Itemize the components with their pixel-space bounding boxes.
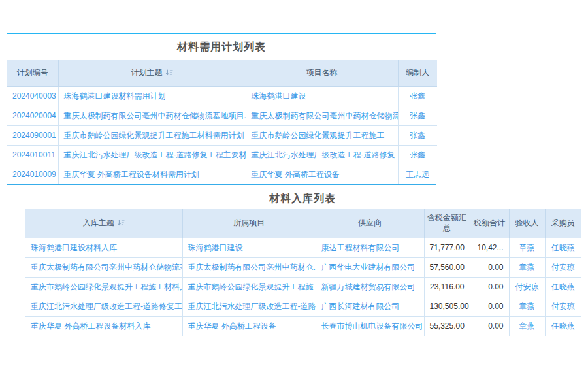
inspector-cell[interactable]: 章燕 [509,257,545,277]
owning-project-link[interactable]: 重庆市鹅岭公园绿化景观提升工程施工 [188,282,316,291]
supplier-link[interactable]: 康达工程材料有限公司 [321,243,400,252]
buyer-link[interactable]: 付安琼 [551,263,575,272]
inspector-link[interactable]: 付安琼 [515,282,539,291]
owning-project-link[interactable]: 重庆江北污水处理厂级改造工程-道路... [188,302,316,311]
creator-link[interactable]: 王志远 [406,170,429,179]
inbound-subject-cell[interactable]: 重庆华夏 外高桥工程设备材料入库 [25,316,182,336]
buyer-cell[interactable]: 付安琼 [545,257,581,277]
inspector-cell[interactable]: 章燕 [509,316,545,336]
table-row: 2024020004 重庆太极制药有限公司亳州中药材仓储物流基地项目... 重庆… [7,106,437,125]
plan-no-cell[interactable]: 2024040003 [7,86,58,106]
owning-project-link[interactable]: 重庆太极制药有限公司亳州中药材仓... [188,263,316,272]
inspector-link[interactable]: 章燕 [519,302,535,311]
inbound-subject-link[interactable]: 重庆华夏 外高桥工程设备材料入库 [31,321,150,331]
project-name-link[interactable]: 重庆江北污水处理厂级改造工程-道路修复工程 [252,150,399,159]
inbound-subject-link[interactable]: 重庆太极制药有限公司亳州中药材仓储物流基... [31,263,182,272]
supplier-cell[interactable]: 新疆万城建材贸易有限公司 [316,277,424,297]
sort-icon[interactable] [165,69,173,76]
plan-subject-link[interactable]: 重庆太极制药有限公司亳州中药材仓储物流基地项目... [64,111,246,120]
buyer-cell[interactable]: 任晓燕 [545,277,581,297]
plan-subject-cell[interactable]: 重庆华夏 外高桥工程设备材料需用计划 [58,165,246,184]
sort-icon[interactable] [117,219,125,227]
supplier-cell[interactable]: 长春市博山机电设备有限公司 [316,316,424,336]
inspector-cell[interactable]: 付安琼 [509,277,545,297]
material-plan-list-title: 材料需用计划列表 [7,34,436,60]
plan-no-link[interactable]: 2024020004 [12,111,56,120]
plan-no-link[interactable]: 2024040003 [12,91,56,101]
project-name-link[interactable]: 重庆华夏 外高桥工程设备 [252,170,340,179]
inspector-link[interactable]: 章燕 [519,243,535,252]
plan-no-cell[interactable]: 2024020004 [7,106,58,125]
supplier-link[interactable]: 广西长河建材有限公司 [321,302,400,311]
plan-no-cell[interactable]: 2024010009 [7,165,58,184]
creator-link[interactable]: 张鑫 [410,150,425,159]
creator-link[interactable]: 张鑫 [410,111,425,120]
inbound-subject-cell[interactable]: 珠海鹤港口建设材料入库 [25,238,182,257]
supplier-link[interactable]: 新疆万城建材贸易有限公司 [321,282,416,291]
inbound-subject-cell[interactable]: 重庆太极制药有限公司亳州中药材仓储物流基... [25,257,182,277]
supplier-link[interactable]: 长春市博山机电设备有限公司 [321,321,423,331]
creator-cell[interactable]: 张鑫 [398,125,437,145]
buyer-link[interactable]: 任晓燕 [551,282,575,291]
owning-project-cell[interactable]: 重庆华夏 外高桥工程设备 [182,316,316,336]
inbound-subject-link[interactable]: 珠海鹤港口建设材料入库 [31,243,117,252]
owning-project-cell[interactable]: 重庆太极制药有限公司亳州中药材仓... [182,257,316,277]
creator-cell[interactable]: 张鑫 [398,86,437,106]
inspector-link[interactable]: 章燕 [519,263,535,272]
plan-subject-link[interactable]: 珠海鹤港口建设材料需用计划 [64,91,166,101]
plan-subject-cell[interactable]: 重庆江北污水处理厂级改造工程-道路修复工程主要材料 [58,145,246,165]
plan-subject-cell[interactable]: 珠海鹤港口建设材料需用计划 [58,86,246,106]
col-header-plan-subject[interactable]: 计划主题 [58,60,246,86]
col-header-inbound-subject[interactable]: 入库主题 [25,209,182,238]
col-header-tax-total: 税额合计 [470,209,509,238]
project-name-link[interactable]: 珠海鹤港口建设 [252,91,306,101]
creator-cell[interactable]: 张鑫 [398,106,437,125]
supplier-cell[interactable]: 广西长河建材有限公司 [316,297,424,316]
plan-no-link[interactable]: 2024010011 [12,150,56,159]
buyer-link[interactable]: 任晓燕 [551,321,575,331]
plan-subject-cell[interactable]: 重庆市鹅岭公园绿化景观提升工程施工材料需用计划 [58,125,246,145]
project-name-link[interactable]: 重庆太极制药有限公司亳州中药材仓储物流... [252,111,399,120]
project-name-cell[interactable]: 重庆市鹅岭公园绿化景观提升工程施工 [246,125,398,145]
project-name-cell[interactable]: 重庆江北污水处理厂级改造工程-道路修复工程 [246,145,398,165]
buyer-link[interactable]: 任晓燕 [551,243,575,252]
plan-no-cell[interactable]: 2024010011 [7,145,58,165]
owning-project-cell[interactable]: 重庆江北污水处理厂级改造工程-道路... [182,297,316,316]
owning-project-cell[interactable]: 重庆市鹅岭公园绿化景观提升工程施工 [182,277,316,297]
plan-subject-link[interactable]: 重庆华夏 外高桥工程设备材料需用计划 [64,170,199,179]
inbound-subject-cell[interactable]: 重庆江北污水处理厂级改造工程-道路修复工程... [25,297,182,316]
buyer-link[interactable]: 付安琼 [551,302,575,311]
plan-no-link[interactable]: 2024010009 [12,170,56,179]
inbound-subject-link[interactable]: 重庆市鹅岭公园绿化景观提升工程施工材料入库 [31,282,182,291]
supplier-cell[interactable]: 康达工程材料有限公司 [316,238,424,257]
supplier-link[interactable]: 广西华电大业建材有限公司 [321,263,416,272]
project-name-cell[interactable]: 重庆太极制药有限公司亳州中药材仓储物流... [246,106,398,125]
inspector-cell[interactable]: 章燕 [509,297,545,316]
owning-project-cell[interactable]: 珠海鹤港口建设 [182,238,316,257]
table-row: 重庆华夏 外高桥工程设备材料入库 重庆华夏 外高桥工程设备 长春市博山机电设备有… [25,316,581,336]
inbound-subject-cell[interactable]: 重庆市鹅岭公园绿化景观提升工程施工材料入库 [25,277,182,297]
inspector-link[interactable]: 章燕 [519,321,535,331]
plan-subject-link[interactable]: 重庆江北污水处理厂级改造工程-道路修复工程主要材料 [64,150,246,159]
buyer-cell[interactable]: 任晓燕 [545,316,581,336]
material-plan-table: 计划编号 计划主题 项目名称 编制人 2024040003 珠海鹤港口建设材料需… [7,60,437,184]
project-name-link[interactable]: 重庆市鹅岭公园绿化景观提升工程施工 [252,131,385,140]
material-inbound-list-card: 材料入库列表 入库主题 所属项目 供应商 含税金额汇总 税额合计 验收人 采购员… [25,188,580,336]
project-name-cell[interactable]: 珠海鹤港口建设 [246,86,398,106]
plan-no-link[interactable]: 2024090001 [12,131,56,140]
creator-link[interactable]: 张鑫 [410,131,425,140]
inspector-cell[interactable]: 章燕 [509,238,545,257]
buyer-cell[interactable]: 付安琼 [545,297,581,316]
project-name-cell[interactable]: 重庆华夏 外高桥工程设备 [246,165,398,184]
inbound-subject-link[interactable]: 重庆江北污水处理厂级改造工程-道路修复工程... [31,302,182,311]
plan-subject-cell[interactable]: 重庆太极制药有限公司亳州中药材仓储物流基地项目... [58,106,246,125]
creator-link[interactable]: 张鑫 [410,91,425,101]
plan-subject-link[interactable]: 重庆市鹅岭公园绿化景观提升工程施工材料需用计划 [64,131,244,140]
plan-no-cell[interactable]: 2024090001 [7,125,58,145]
creator-cell[interactable]: 王志远 [398,165,437,184]
supplier-cell[interactable]: 广西华电大业建材有限公司 [316,257,424,277]
buyer-cell[interactable]: 任晓燕 [545,238,581,257]
owning-project-link[interactable]: 重庆华夏 外高桥工程设备 [188,321,276,331]
creator-cell[interactable]: 张鑫 [398,145,437,165]
owning-project-link[interactable]: 珠海鹤港口建设 [188,243,243,252]
